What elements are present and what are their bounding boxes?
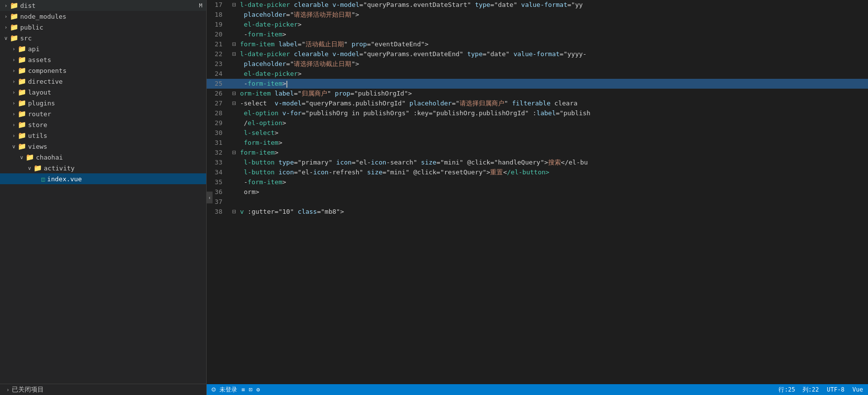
sidebar-item-chaohai[interactable]: v📁chaohai <box>0 152 206 163</box>
folder-icon: 📁 <box>18 77 26 85</box>
sidebar-item-assets[interactable]: ›📁assets <box>0 54 206 65</box>
line-code[interactable]: -form-item> <box>230 30 868 39</box>
line-code[interactable]: ⊟ v :gutter="10" class="mb8"> <box>230 207 868 217</box>
code-line[interactable]: 29 /el-option> <box>207 118 868 128</box>
folder-arrow: v <box>26 164 33 172</box>
tree-label: index.vue <box>47 175 82 183</box>
code-line[interactable]: 20 -form-item> <box>207 30 868 39</box>
sidebar-item-views[interactable]: v📁views <box>0 141 206 152</box>
sidebar-item-router[interactable]: ›📁router <box>0 108 206 119</box>
line-code[interactable]: ⊟ -select v-model="queryParams.publishOr… <box>230 99 868 108</box>
language: Vue <box>852 386 863 393</box>
username[interactable]: 未登录 <box>219 386 237 394</box>
line-code[interactable]: placeholder="请选择活动开始日期"> <box>230 10 868 20</box>
sidebar-item-activity[interactable]: v📁activity <box>0 163 206 173</box>
tree-label: dist <box>20 2 35 9</box>
user-icon: ☺ <box>212 386 216 394</box>
sidebar-toggle[interactable]: ‹ <box>207 192 213 203</box>
line-code[interactable]: ⊟ l-date-picker clearable v-model="query… <box>230 49 868 59</box>
tree-label: chaohai <box>36 154 63 161</box>
expand-icon: › <box>4 386 12 394</box>
line-code[interactable]: ⊟ orm-item label="归属商户" prop="publishOrg… <box>230 89 868 99</box>
folder-icon: 📁 <box>10 34 18 42</box>
closed-projects-label: 已关闭项目 <box>12 385 44 394</box>
sidebar-item-public[interactable]: ›📁public <box>0 22 206 33</box>
line-number: 18 <box>207 10 230 20</box>
line-code[interactable]: el-date-picker> <box>230 20 868 30</box>
tree-label: assets <box>28 56 51 64</box>
line-number: 25 <box>207 79 230 89</box>
line-code[interactable]: placeholder="请选择活动截止日期"> <box>230 59 868 69</box>
folder-arrow: v <box>10 142 18 150</box>
line-code[interactable]: l-button icon="el-icon-refresh" size="mi… <box>230 167 868 177</box>
line-code[interactable]: -form-item> <box>230 177 868 187</box>
code-line[interactable]: 34 l-button icon="el-icon-refresh" size=… <box>207 167 868 177</box>
sidebar-item-dist[interactable]: ›📁distM <box>0 0 206 11</box>
line-code[interactable]: ⊟ form-item label="活动截止日期" prop="eventDa… <box>230 39 868 49</box>
line-number: 22 <box>207 49 230 59</box>
code-line[interactable]: 21⊟ form-item label="活动截止日期" prop="event… <box>207 39 868 49</box>
line-code[interactable]: l-button type="primary" icon="el-icon-se… <box>230 158 868 167</box>
code-line[interactable]: 28 el-option v-for="publishOrg in publis… <box>207 108 868 118</box>
folder-icon: 📁 <box>18 99 26 107</box>
code-line[interactable]: 18 placeholder="请选择活动开始日期"> <box>207 10 868 20</box>
sidebar-item-store[interactable]: ›📁store <box>0 119 206 130</box>
folder-icon: 📁 <box>26 153 34 161</box>
line-number: 26 <box>207 89 230 99</box>
line-code[interactable]: ⊟ form-item> <box>230 148 868 158</box>
code-line[interactable]: 38⊟ v :gutter="10" class="mb8"> <box>207 207 868 217</box>
sidebar-item-utils[interactable]: ›📁utils <box>0 130 206 141</box>
code-line[interactable]: 32⊟ form-item> <box>207 148 868 158</box>
line-code[interactable]: -form-item> <box>230 79 868 89</box>
code-line[interactable]: 36 orm> <box>207 187 868 197</box>
file-explorer: ›📁distM›📁node_modules›📁publicv📁src›📁api›… <box>0 0 207 395</box>
line-number: 20 <box>207 30 230 39</box>
sidebar-item-api[interactable]: ›📁api <box>0 43 206 54</box>
sidebar-item-directive[interactable]: ›📁directive <box>0 76 206 87</box>
tree-label: views <box>28 143 47 150</box>
sidebar-item-components[interactable]: ›📁components <box>0 65 206 76</box>
code-line[interactable]: 33 l-button type="primary" icon="el-icon… <box>207 158 868 167</box>
line-number: 35 <box>207 177 230 187</box>
status-icon: ⊡ <box>249 386 252 393</box>
tree-label: utils <box>28 132 47 139</box>
line-code[interactable]: el-option v-for="publishOrg in publishOr… <box>230 108 868 118</box>
code-line[interactable]: 37 <box>207 197 868 207</box>
line-number: 34 <box>207 167 230 177</box>
line-code[interactable] <box>230 197 868 207</box>
code-line[interactable]: 26⊟ orm-item label="归属商户" prop="publishO… <box>207 89 868 99</box>
code-line[interactable]: 24 el-date-picker> <box>207 69 868 79</box>
folder-icon: 📁 <box>18 45 26 53</box>
code-line[interactable]: 17⊟ l-date-picker clearable v-model="que… <box>207 0 868 10</box>
sidebar-item-node_modules[interactable]: ›📁node_modules <box>0 11 206 22</box>
code-line[interactable]: 25 -form-item> <box>207 79 868 89</box>
code-line[interactable]: 30 l-select> <box>207 128 868 138</box>
line-number: 31 <box>207 138 230 148</box>
row-col: 行:25 列:22 <box>778 386 819 394</box>
line-number: 21 <box>207 39 230 49</box>
line-code[interactable]: form-item> <box>230 138 868 148</box>
closed-projects[interactable]: › 已关闭项目 <box>0 384 206 395</box>
sidebar-item-layout[interactable]: ›📁layout <box>0 87 206 98</box>
folder-arrow: v <box>2 34 10 42</box>
sidebar-item-src[interactable]: v📁src <box>0 33 206 43</box>
code-line[interactable]: 31 form-item> <box>207 138 868 148</box>
folder-icon: 📁 <box>10 23 18 31</box>
line-code[interactable]: el-date-picker> <box>230 69 868 79</box>
line-number: 23 <box>207 59 230 69</box>
code-line[interactable]: 35 -form-item> <box>207 177 868 187</box>
sidebar-item-index.vue[interactable]: ◫index.vue <box>0 173 206 184</box>
line-code[interactable]: ⊟ l-date-picker clearable v-model="query… <box>230 0 868 10</box>
line-code[interactable]: orm> <box>230 187 868 197</box>
branch-icon: ≡ <box>241 386 245 393</box>
code-line[interactable]: 23 placeholder="请选择活动截止日期"> <box>207 59 868 69</box>
sidebar-item-plugins[interactable]: ›📁plugins <box>0 98 206 108</box>
code-content[interactable]: 17⊟ l-date-picker clearable v-model="que… <box>207 0 868 384</box>
code-line[interactable]: 19 el-date-picker> <box>207 20 868 30</box>
folder-icon: 📁 <box>18 66 26 74</box>
code-line[interactable]: 27⊟ -select v-model="queryParams.publish… <box>207 99 868 108</box>
tree-label: api <box>28 45 39 53</box>
line-code[interactable]: l-select> <box>230 128 868 138</box>
line-code[interactable]: /el-option> <box>230 118 868 128</box>
code-line[interactable]: 22⊟ l-date-picker clearable v-model="que… <box>207 49 868 59</box>
